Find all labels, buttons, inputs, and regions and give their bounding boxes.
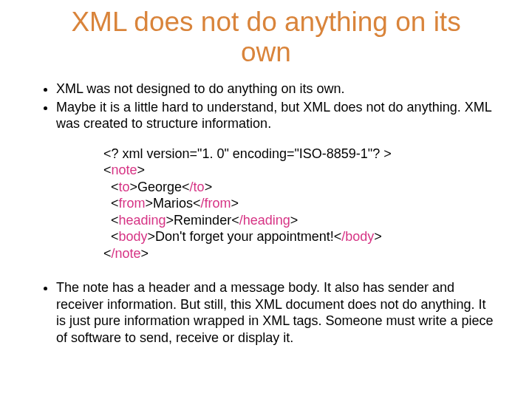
code-line: <note> <box>103 162 495 179</box>
bullet-list-top: XML was not designed to do anything on i… <box>37 81 495 132</box>
xml-text: Reminder <box>174 213 231 228</box>
code-line: <? xml version="1. 0" encoding="ISO-8859… <box>103 146 495 163</box>
xml-tag: /body <box>341 229 374 244</box>
code-line: <to>George</to> <box>103 179 495 196</box>
code-line: </note> <box>103 245 495 262</box>
xml-text: Don't forget your appointment! <box>155 229 334 244</box>
xml-tag: body <box>119 229 148 244</box>
xml-tag: to <box>119 180 130 194</box>
bullet-item: The note has a header and a message body… <box>56 279 495 346</box>
xml-tag: /to <box>190 180 205 194</box>
code-line: <heading>Reminder</heading> <box>103 212 495 229</box>
xml-tag: from <box>119 196 146 211</box>
xml-tag: note <box>112 163 137 177</box>
slide: XML does not do anything on its own XML … <box>0 0 532 399</box>
code-line: <from>Marios</from> <box>103 195 495 212</box>
slide-title: XML does not do anything on its own <box>37 7 495 67</box>
xml-code-block: <? xml version="1. 0" encoding="ISO-8859… <box>103 146 495 262</box>
xml-text: Marios <box>153 196 193 211</box>
xml-text: George <box>137 180 182 194</box>
xml-tag: /note <box>112 246 141 261</box>
bullet-list-bottom: The note has a header and a message body… <box>37 279 495 346</box>
xml-tag: heading <box>119 213 166 228</box>
code-line: <body>Don't forget your appointment!</bo… <box>103 228 495 245</box>
bullet-item: Maybe it is a little hard to understand,… <box>56 99 495 132</box>
xml-tag: /heading <box>239 213 290 228</box>
bullet-item: XML was not designed to do anything on i… <box>56 81 495 98</box>
xml-tag: /from <box>201 196 231 211</box>
